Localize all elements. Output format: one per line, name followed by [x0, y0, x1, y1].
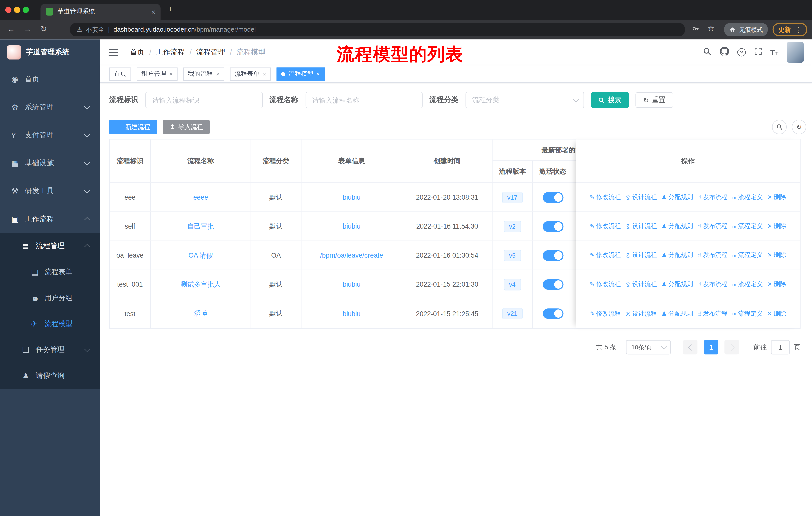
browser-tab[interactable]: 芋道管理系统 ×: [40, 3, 160, 20]
user-avatar[interactable]: [787, 42, 804, 63]
process-name-link[interactable]: eeee: [193, 193, 208, 201]
op-definition-link[interactable]: ∞流程定义: [732, 222, 763, 231]
sidebar-item-home[interactable]: ◉ 首页: [0, 65, 100, 93]
close-icon[interactable]: ×: [263, 70, 266, 78]
next-page-button[interactable]: [724, 340, 739, 355]
op-definition-link[interactable]: ∞流程定义: [732, 193, 763, 201]
op-delete-link[interactable]: ✕删除: [767, 309, 786, 318]
menu-kebab-icon[interactable]: ⋮: [795, 26, 802, 33]
op-edit-link[interactable]: ✎修改流程: [590, 222, 621, 231]
font-size-icon[interactable]: TT: [771, 48, 778, 56]
collapse-sidebar-button[interactable]: [109, 49, 118, 56]
active-toggle[interactable]: [543, 279, 563, 290]
tab-close-icon[interactable]: ×: [151, 7, 155, 16]
update-button[interactable]: 更新 ⋮: [773, 23, 808, 36]
prev-page-button[interactable]: [683, 340, 698, 355]
sidebar-item-system[interactable]: ⚙ 系统管理: [0, 93, 100, 121]
minimize-window-button[interactable]: [14, 7, 20, 13]
sidebar-item-user-group[interactable]: ☻ 用户分组: [0, 285, 100, 311]
close-icon[interactable]: ×: [316, 70, 320, 78]
process-name-link[interactable]: 自己审批: [187, 222, 214, 231]
op-delete-link[interactable]: ✕删除: [767, 222, 786, 231]
op-publish-link[interactable]: ☝发布流程: [698, 193, 728, 201]
toggle-search-button[interactable]: [772, 120, 787, 134]
form-info-link[interactable]: biubiu: [343, 280, 360, 288]
new-tab-button[interactable]: +: [168, 4, 173, 15]
address-bar[interactable]: ⚠ 不安全 | dashboard.yudao.iocoder.cn/bpm/m…: [70, 23, 685, 36]
key-icon[interactable]: [692, 25, 700, 35]
op-edit-link[interactable]: ✎修改流程: [590, 280, 621, 289]
forward-button[interactable]: →: [24, 24, 32, 34]
help-icon[interactable]: ?: [737, 48, 746, 56]
back-button[interactable]: ←: [7, 24, 15, 34]
sidebar-item-payment[interactable]: ¥ 支付管理: [0, 121, 100, 149]
bookmark-star-icon[interactable]: ☆: [707, 24, 714, 33]
op-definition-link[interactable]: ∞流程定义: [732, 251, 763, 260]
tag-my-process[interactable]: 我的流程×: [183, 67, 224, 80]
category-select[interactable]: 流程分类: [466, 92, 584, 108]
close-icon[interactable]: ×: [169, 70, 173, 78]
op-assign-link[interactable]: ♟分配规则: [662, 222, 693, 231]
breadcrumb-workflow[interactable]: 工作流程: [156, 48, 185, 57]
sidebar-item-devtools[interactable]: ⚒ 研发工具: [0, 178, 100, 205]
op-publish-link[interactable]: ☝发布流程: [698, 251, 728, 260]
op-design-link[interactable]: ◎设计流程: [626, 280, 657, 289]
op-publish-link[interactable]: ☝发布流程: [698, 309, 728, 318]
form-info-link[interactable]: biubiu: [343, 310, 360, 318]
sidebar-item-process-form[interactable]: ▤ 流程表单: [0, 259, 100, 285]
op-edit-link[interactable]: ✎修改流程: [590, 193, 621, 201]
tag-process-model[interactable]: 流程模型×: [277, 67, 325, 80]
sidebar-item-workflow[interactable]: ▣ 工作流程: [0, 205, 100, 233]
process-name-link[interactable]: 测试多审批人: [180, 280, 221, 289]
breadcrumb-home[interactable]: 首页: [130, 48, 144, 57]
op-publish-link[interactable]: ☝发布流程: [698, 280, 728, 289]
op-assign-link[interactable]: ♟分配规则: [662, 309, 693, 318]
op-publish-link[interactable]: ☝发布流程: [698, 222, 728, 231]
search-icon[interactable]: [702, 47, 711, 58]
op-edit-link[interactable]: ✎修改流程: [590, 251, 621, 260]
op-design-link[interactable]: ◎设计流程: [626, 251, 657, 260]
op-design-link[interactable]: ◎设计流程: [626, 193, 657, 201]
sidebar-item-process-model[interactable]: ✈ 流程模型: [0, 311, 100, 337]
sidebar-item-infra[interactable]: ▦ 基础设施: [0, 150, 100, 178]
page-size-select[interactable]: 10条/页: [626, 340, 671, 355]
app-logo[interactable]: 芋道管理系统: [0, 39, 100, 65]
process-name-input[interactable]: [306, 92, 423, 108]
op-edit-link[interactable]: ✎修改流程: [590, 309, 621, 318]
process-key-input[interactable]: [145, 92, 263, 108]
close-window-button[interactable]: [5, 7, 11, 13]
op-definition-link[interactable]: ∞流程定义: [732, 309, 763, 318]
op-definition-link[interactable]: ∞流程定义: [732, 280, 763, 289]
active-toggle[interactable]: [543, 192, 563, 202]
reset-button[interactable]: ↻ 重置: [635, 92, 673, 108]
op-delete-link[interactable]: ✕删除: [767, 251, 786, 260]
active-toggle[interactable]: [543, 221, 563, 231]
sidebar-item-leave-query[interactable]: ♟ 请假查询: [0, 363, 100, 389]
page-number-1[interactable]: 1: [704, 340, 718, 355]
active-toggle[interactable]: [543, 250, 563, 261]
op-assign-link[interactable]: ♟分配规则: [662, 251, 693, 260]
goto-page-input[interactable]: [771, 340, 790, 355]
create-process-button[interactable]: ＋新建流程: [109, 120, 157, 134]
op-delete-link[interactable]: ✕删除: [767, 193, 786, 201]
refresh-table-button[interactable]: ↻: [792, 120, 807, 134]
process-name-link[interactable]: OA 请假: [188, 251, 213, 260]
form-info-link[interactable]: /bpm/oa/leave/create: [320, 251, 383, 259]
form-info-link[interactable]: biubiu: [343, 222, 360, 230]
op-design-link[interactable]: ◎设计流程: [626, 309, 657, 318]
op-delete-link[interactable]: ✕删除: [767, 280, 786, 289]
zoom-window-button[interactable]: [23, 7, 29, 13]
tag-tenant-mgmt[interactable]: 租户管理×: [137, 67, 178, 80]
breadcrumb-process-mgmt[interactable]: 流程管理: [196, 48, 225, 57]
github-icon[interactable]: [720, 47, 729, 58]
reload-button[interactable]: ↻: [40, 24, 47, 34]
active-toggle[interactable]: [543, 308, 563, 319]
process-name-link[interactable]: 滔博: [194, 309, 207, 318]
op-assign-link[interactable]: ♟分配规则: [662, 280, 693, 289]
import-process-button[interactable]: ↥导入流程: [163, 120, 210, 134]
op-assign-link[interactable]: ♟分配规则: [662, 193, 693, 201]
sidebar-item-task-mgmt[interactable]: ❏ 任务管理: [0, 337, 100, 363]
tag-home[interactable]: 首页: [109, 67, 131, 80]
close-icon[interactable]: ×: [216, 70, 220, 78]
sidebar-item-process-mgmt[interactable]: ≣ 流程管理: [0, 233, 100, 259]
